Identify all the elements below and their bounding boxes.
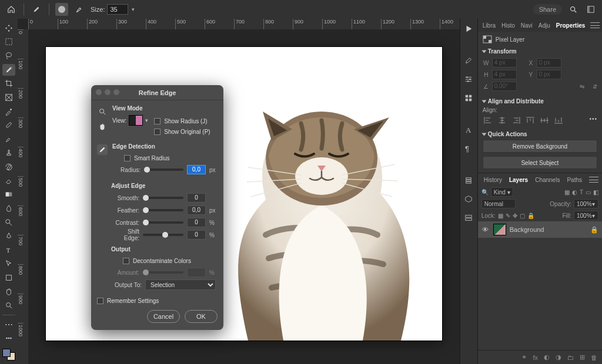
filter-pixel-icon[interactable]: ▦ bbox=[564, 189, 570, 196]
quick-actions-heading[interactable]: Quick Actions bbox=[483, 131, 597, 137]
tab-channels[interactable]: Channels bbox=[533, 177, 562, 183]
tab-adjustments[interactable]: Adju bbox=[536, 22, 553, 29]
adjustments-panel-icon[interactable] bbox=[462, 73, 475, 86]
dodge-tool[interactable] bbox=[2, 217, 15, 228]
workspace-icon[interactable] bbox=[584, 3, 597, 16]
paragraph-panel-icon[interactable]: ¶ bbox=[462, 142, 475, 155]
3d-panel-icon[interactable] bbox=[462, 193, 475, 205]
fill-value[interactable]: 100%▾ bbox=[574, 211, 598, 220]
align-left-icon[interactable] bbox=[483, 116, 493, 125]
smooth-input[interactable]: 0 bbox=[187, 193, 206, 203]
tab-history[interactable]: History bbox=[481, 177, 504, 183]
swatches-panel-icon[interactable] bbox=[462, 174, 475, 187]
layer-row-background[interactable]: 👁 Background 🔒 bbox=[478, 221, 602, 238]
lock-artboard-icon[interactable]: ▢ bbox=[520, 213, 525, 219]
tab-libraries[interactable]: Libra bbox=[480, 22, 498, 29]
view-thumbnail[interactable] bbox=[129, 115, 143, 126]
align-top-icon[interactable] bbox=[525, 116, 536, 125]
refine-brush-icon[interactable] bbox=[97, 144, 108, 155]
filter-adjust-icon[interactable]: ◐ bbox=[572, 189, 577, 196]
brush-preview-icon[interactable] bbox=[55, 3, 68, 16]
brushes-panel-icon[interactable] bbox=[462, 54, 475, 67]
zoom-tool[interactable] bbox=[2, 300, 15, 312]
align-right-icon[interactable] bbox=[511, 116, 521, 125]
mask-icon[interactable]: ◐ bbox=[544, 353, 550, 361]
move-tool[interactable] bbox=[2, 22, 15, 34]
cancel-button[interactable]: Cancel bbox=[147, 310, 180, 323]
output-to-select[interactable]: Selection bbox=[145, 279, 216, 290]
tab-properties[interactable]: Properties bbox=[554, 22, 587, 29]
brush-settings-icon[interactable] bbox=[73, 3, 86, 16]
smart-radius-checkbox[interactable] bbox=[124, 155, 131, 161]
search-icon[interactable] bbox=[567, 3, 580, 16]
zoom-icon[interactable] bbox=[97, 106, 108, 117]
color-swatch[interactable] bbox=[2, 349, 15, 360]
layers-panel-icon[interactable] bbox=[462, 211, 475, 224]
layers-menu-icon[interactable] bbox=[589, 177, 598, 183]
tab-paths[interactable]: Paths bbox=[564, 177, 584, 183]
path-select-tool[interactable] bbox=[2, 258, 15, 270]
lock-position-icon[interactable]: ✥ bbox=[513, 213, 517, 219]
flip-h-icon[interactable]: ⇋ bbox=[580, 83, 584, 90]
filter-shape-icon[interactable]: ▭ bbox=[586, 189, 591, 196]
filter-kind[interactable]: Kind ▾ bbox=[491, 187, 513, 197]
heal-tool[interactable] bbox=[2, 119, 15, 131]
align-vcenter-icon[interactable] bbox=[539, 116, 550, 125]
smooth-slider[interactable] bbox=[143, 197, 183, 199]
opacity-value[interactable]: 100%▾ bbox=[574, 199, 598, 208]
marquee-tool[interactable] bbox=[2, 36, 15, 48]
styles-panel-icon[interactable] bbox=[462, 92, 475, 105]
window-controls[interactable] bbox=[96, 89, 119, 95]
feather-input[interactable]: 0,0 bbox=[187, 205, 206, 215]
flip-v-icon[interactable]: ⇵ bbox=[593, 83, 597, 90]
filter-smart-icon[interactable]: ◧ bbox=[593, 189, 598, 196]
shape-tool[interactable] bbox=[2, 272, 15, 284]
contrast-input[interactable]: 0 bbox=[187, 218, 206, 227]
blend-mode[interactable]: Normal bbox=[481, 199, 516, 208]
blur-tool[interactable] bbox=[2, 203, 15, 214]
new-layer-icon[interactable]: ⊞ bbox=[580, 353, 585, 361]
tab-histogram[interactable]: Histo bbox=[499, 22, 517, 29]
brush-tool[interactable] bbox=[2, 133, 15, 145]
tab-layers[interactable]: Layers bbox=[507, 177, 530, 183]
group-icon[interactable]: 🗀 bbox=[567, 354, 574, 361]
select-subject-button[interactable]: Select Subject bbox=[483, 156, 597, 169]
radius-slider[interactable] bbox=[144, 168, 183, 171]
layer-lock-icon[interactable]: 🔒 bbox=[590, 226, 598, 234]
show-radius-checkbox[interactable] bbox=[154, 118, 160, 124]
delete-layer-icon[interactable]: 🗑 bbox=[591, 354, 597, 361]
gradient-tool[interactable] bbox=[2, 189, 15, 201]
pen-tool[interactable] bbox=[2, 230, 15, 242]
hand-icon[interactable] bbox=[97, 122, 108, 132]
frame-tool[interactable] bbox=[2, 92, 15, 103]
play-icon[interactable] bbox=[462, 22, 475, 35]
stamp-tool[interactable] bbox=[2, 147, 15, 159]
lock-paint-icon[interactable]: ✎ bbox=[506, 213, 510, 219]
panel-menu-icon[interactable] bbox=[590, 22, 600, 28]
history-brush-tool[interactable] bbox=[2, 161, 15, 173]
eyedropper-tool[interactable] bbox=[2, 106, 15, 117]
radius-input[interactable]: 0,0 bbox=[187, 165, 206, 174]
view-dropdown[interactable]: ▾ bbox=[145, 117, 148, 123]
lock-pixels-icon[interactable]: ▦ bbox=[498, 213, 503, 219]
remember-checkbox[interactable] bbox=[97, 298, 103, 304]
transform-heading[interactable]: Transform bbox=[483, 48, 597, 55]
lasso-tool[interactable] bbox=[2, 50, 15, 62]
shift-input[interactable]: 0 bbox=[187, 230, 206, 240]
ok-button[interactable]: OK bbox=[185, 310, 218, 323]
more-tools[interactable]: ⋯ bbox=[2, 319, 15, 331]
home-icon[interactable] bbox=[5, 3, 18, 16]
link-layers-icon[interactable]: ⚭ bbox=[521, 353, 527, 361]
tab-navigator[interactable]: Navi bbox=[519, 22, 535, 29]
brush-size-input[interactable] bbox=[107, 4, 128, 15]
contrast-slider[interactable] bbox=[143, 221, 183, 224]
align-more[interactable]: ••• bbox=[589, 116, 597, 125]
adjustment-layer-icon[interactable]: ◑ bbox=[556, 353, 561, 361]
crop-tool[interactable] bbox=[2, 78, 15, 90]
hand-tool[interactable] bbox=[2, 286, 15, 298]
filter-type-icon[interactable]: T bbox=[580, 189, 583, 196]
type-tool[interactable]: T bbox=[2, 244, 15, 256]
lock-all-icon[interactable]: 🔒 bbox=[527, 213, 534, 219]
show-original-checkbox[interactable] bbox=[154, 129, 160, 135]
eraser-tool[interactable] bbox=[2, 175, 15, 187]
